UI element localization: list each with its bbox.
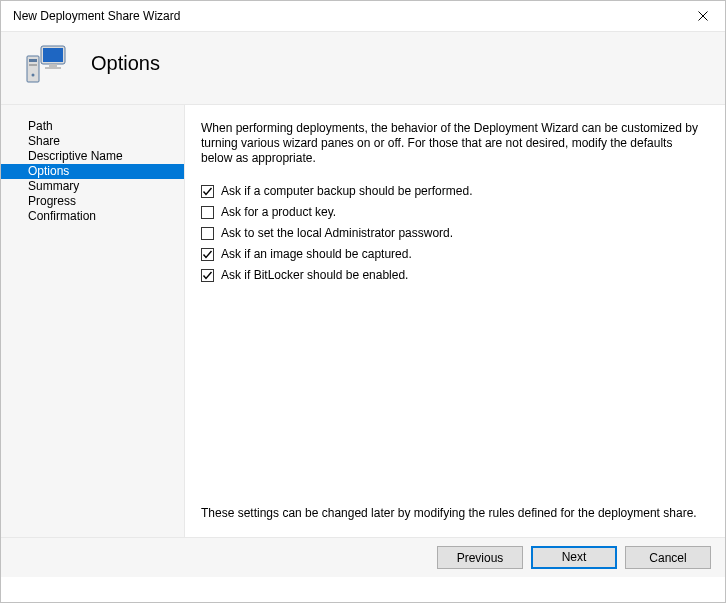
intro-text: When performing deployments, the behavio… [201, 121, 707, 166]
wizard-header: Options [1, 31, 725, 105]
checkbox[interactable] [201, 248, 214, 261]
nav-item-options[interactable]: Options [1, 164, 184, 179]
svg-rect-6 [49, 64, 57, 67]
svg-rect-1 [29, 59, 37, 62]
nav-item-progress[interactable]: Progress [1, 194, 184, 209]
svg-rect-7 [45, 67, 61, 69]
nav-item-label: Descriptive Name [28, 149, 123, 163]
svg-rect-2 [29, 64, 37, 66]
options-list: Ask if a computer backup should be perfo… [201, 184, 707, 283]
svg-point-3 [32, 74, 35, 77]
checkbox[interactable] [201, 206, 214, 219]
nav-item-confirmation[interactable]: Confirmation [1, 209, 184, 224]
close-icon [698, 11, 708, 21]
nav-item-label: Options [28, 164, 69, 178]
window-title: New Deployment Share Wizard [13, 9, 680, 23]
checkbox[interactable] [201, 185, 214, 198]
cancel-button[interactable]: Cancel [625, 546, 711, 569]
option-label: Ask if a computer backup should be perfo… [221, 184, 472, 199]
nav-item-label: Summary [28, 179, 79, 193]
nav-item-path[interactable]: Path [1, 119, 184, 134]
next-button[interactable]: Next [531, 546, 617, 569]
nav-item-label: Share [28, 134, 60, 148]
nav-item-descriptive-name[interactable]: Descriptive Name [1, 149, 184, 164]
window-close-button[interactable] [680, 1, 725, 31]
nav-item-summary[interactable]: Summary [1, 179, 184, 194]
wizard-body: PathShareDescriptive NameOptionsSummaryP… [1, 105, 725, 537]
option-label: Ask to set the local Administrator passw… [221, 226, 453, 241]
option-row[interactable]: Ask for a product key. [201, 205, 707, 220]
option-label: Ask if an image should be captured. [221, 247, 412, 262]
svg-rect-5 [43, 48, 63, 62]
wizard-content: When performing deployments, the behavio… [184, 105, 725, 537]
option-label: Ask for a product key. [221, 205, 336, 220]
page-title: Options [91, 52, 160, 75]
computer-icon [23, 40, 69, 86]
window-titlebar: New Deployment Share Wizard [1, 1, 725, 31]
previous-button[interactable]: Previous [437, 546, 523, 569]
option-row[interactable]: Ask to set the local Administrator passw… [201, 226, 707, 241]
nav-item-share[interactable]: Share [1, 134, 184, 149]
wizard-nav: PathShareDescriptive NameOptionsSummaryP… [1, 105, 184, 537]
option-row[interactable]: Ask if BitLocker should be enabled. [201, 268, 707, 283]
footnote-text: These settings can be changed later by m… [201, 506, 707, 527]
option-label: Ask if BitLocker should be enabled. [221, 268, 408, 283]
checkbox[interactable] [201, 269, 214, 282]
option-row[interactable]: Ask if a computer backup should be perfo… [201, 184, 707, 199]
option-row[interactable]: Ask if an image should be captured. [201, 247, 707, 262]
wizard-button-bar: Previous Next Cancel [1, 537, 725, 577]
nav-item-label: Path [28, 119, 53, 133]
nav-item-label: Progress [28, 194, 76, 208]
nav-item-label: Confirmation [28, 209, 96, 223]
checkbox[interactable] [201, 227, 214, 240]
